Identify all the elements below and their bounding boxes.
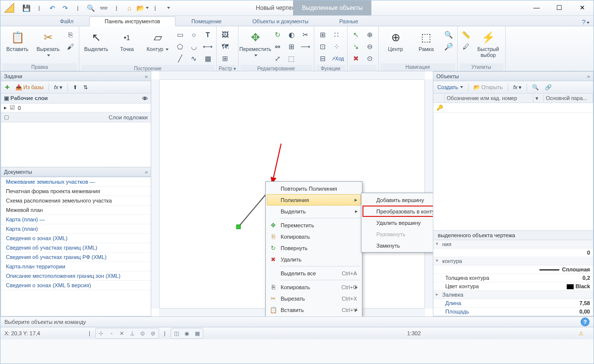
copy-icon[interactable]: ⎘	[65, 29, 76, 40]
fx-icon[interactable]: fx ▾	[511, 83, 524, 92]
transform2-icon[interactable]: ⊞	[286, 41, 297, 52]
transform1-icon[interactable]: ◐	[286, 29, 297, 40]
snap-perp-icon[interactable]: ⊥	[127, 329, 137, 338]
layer-row[interactable]: ▸☑0	[1, 104, 151, 112]
xod-button[interactable]: ↗ Ход	[331, 53, 344, 64]
underlay-header[interactable]: ▢ Слои подложки	[1, 112, 151, 122]
doc-item[interactable]: Сведения о зонах (XML)	[1, 234, 151, 243]
save-icon[interactable]: 💾	[21, 3, 31, 13]
frame-button[interactable]: ⬚Рамка	[412, 28, 441, 53]
contour-button[interactable]: ▱Контур	[143, 28, 173, 53]
prop-section[interactable]: Заливка	[433, 291, 593, 299]
selection-context-tab[interactable]: Выделенные объекты	[293, 0, 371, 15]
home-icon[interactable]: ⌂	[124, 3, 134, 13]
ctx-select-all[interactable]: Выделить всеCtrl+A	[267, 267, 361, 279]
fn2-icon[interactable]: ⊡	[317, 41, 328, 52]
prop-row[interactable]: Площадь0,00	[433, 308, 593, 316]
maximize-button[interactable]: ☐	[548, 0, 571, 14]
fn4-icon[interactable]: ∷	[331, 29, 342, 40]
grid-icon[interactable]: ▦	[192, 329, 202, 338]
nav1-icon[interactable]: ↖	[351, 29, 361, 40]
ctx-cut-cb[interactable]: ✂ВырезатьCtrl+X	[267, 293, 361, 304]
from-base-button[interactable]: 📥 Из базы	[13, 83, 46, 92]
paste-button[interactable]: 📋Вставить	[2, 28, 32, 53]
binoculars-icon[interactable]: 👓	[99, 3, 109, 13]
zoom1-icon[interactable]: 🔍	[443, 29, 454, 40]
ctx-paste-cb[interactable]: 📋ВставитьCtrl+V	[267, 304, 361, 315]
doc-item[interactable]: Межевой план	[1, 206, 151, 215]
nav4-icon[interactable]: ⊕	[364, 29, 375, 40]
ctx-select[interactable]: Выделить	[267, 206, 361, 217]
tab-tools[interactable]: Панель инструментов	[89, 16, 176, 26]
snap-tan-icon[interactable]: ⊘	[148, 329, 158, 338]
ortho-icon[interactable]: ◫	[172, 329, 181, 338]
warning-icon[interactable]: ⚠	[579, 330, 584, 337]
doc-item[interactable]: Сведения о зонах (XML 5 версия)	[1, 281, 151, 290]
scale-icon[interactable]: ⤢	[272, 53, 283, 64]
ctx-copy[interactable]: ⎘Копировать	[267, 231, 361, 242]
find-icon[interactable]: 🔍	[86, 3, 96, 13]
snap-int-icon[interactable]: ✕	[117, 329, 127, 338]
sub-del-vertex[interactable]: Удалить вершину	[362, 217, 433, 228]
up-icon[interactable]: ⬆	[71, 83, 79, 92]
close-button[interactable]: ✕	[571, 0, 594, 14]
redo-icon[interactable]: ↷	[60, 3, 70, 13]
trim-icon[interactable]: ✂	[300, 29, 311, 40]
fn3-icon[interactable]: ⊟	[317, 53, 328, 64]
cut-button[interactable]: ✂Вырезать	[33, 28, 63, 59]
circle-icon[interactable]: ○	[188, 29, 199, 40]
doc-item[interactable]: Сведения об участках границ РФ (XML)	[1, 253, 151, 262]
line-icon[interactable]: ╱	[175, 53, 185, 64]
nav5-icon[interactable]: ⊖	[364, 41, 375, 52]
arc-icon[interactable]: ◡	[188, 41, 199, 52]
link-icon[interactable]: 🔗	[543, 83, 554, 92]
eye-icon[interactable]: 👁	[142, 96, 148, 102]
brush-icon[interactable]: 🖌	[65, 41, 76, 52]
ctx-delete[interactable]: ✖Удалить	[267, 254, 361, 265]
tab-file[interactable]: Файл	[45, 17, 88, 26]
undo-icon[interactable]: ↶	[47, 3, 57, 13]
layers-header[interactable]: ▣ Рабочие слои 👁	[1, 94, 151, 104]
scale-display[interactable]: 1:302	[407, 330, 421, 336]
sub-add-vertex[interactable]: Добавить вершину	[362, 194, 433, 206]
sub-close-poly[interactable]: Замкнуть	[362, 240, 433, 251]
pin-icon[interactable]	[587, 73, 590, 79]
prop-row[interactable]: Цвет контураBlack	[433, 282, 593, 291]
tab-misc[interactable]: Разные	[324, 17, 373, 26]
doc-item[interactable]: Печатная форма проекта межевания	[1, 187, 151, 196]
doc-item[interactable]: Схема расположения земельного участка	[1, 196, 151, 206]
tab-objects[interactable]: Объекты и документы	[238, 17, 323, 26]
nav6-icon[interactable]: ⊙	[364, 53, 375, 64]
util2-icon[interactable]: 🖊	[461, 41, 472, 52]
snap-cen-icon[interactable]: ⊙	[138, 329, 148, 338]
doc-item[interactable]: Карта-план территории	[1, 262, 151, 271]
drawing-canvas[interactable]: 8 м Повторить Полилиния Полилиния Выдели…	[151, 71, 433, 316]
snap-end-icon[interactable]: ⊹	[96, 329, 106, 338]
hatch-icon[interactable]: ▦	[202, 53, 213, 64]
help-icon[interactable]: ?	[582, 18, 590, 26]
ctx-polyline[interactable]: Полилиния	[267, 194, 361, 206]
qat-more[interactable]	[163, 3, 173, 13]
doc-item[interactable]: Сведения об участках границ (XML)	[1, 243, 151, 253]
open-icon[interactable]: 📂	[137, 3, 147, 13]
prop-section[interactable]: контура	[433, 257, 593, 265]
text-icon[interactable]: T	[202, 29, 213, 40]
ctx-rotate[interactable]: ↻Повернуть	[267, 242, 361, 254]
fx-icon[interactable]: fx ▾	[52, 83, 64, 92]
sort-icon[interactable]: ⇅	[81, 83, 90, 92]
help-button[interactable]: ?	[581, 317, 590, 326]
pin-icon[interactable]	[145, 73, 148, 79]
extend-icon[interactable]: ⟶	[300, 41, 311, 52]
prop-row[interactable]: Сплошная	[433, 265, 593, 274]
dim-icon[interactable]: ⟷	[202, 41, 213, 52]
add-icon[interactable]: ✚	[3, 83, 11, 92]
rect-icon[interactable]: ▭	[175, 29, 185, 40]
polar-icon[interactable]: ◉	[182, 329, 192, 338]
nav2-icon[interactable]: ↘	[351, 41, 361, 52]
transform3-icon[interactable]: ⬚	[286, 53, 297, 64]
point-button[interactable]: •1Точка	[112, 28, 142, 53]
curve-icon[interactable]: ∿	[188, 53, 199, 64]
fn5-icon[interactable]: ⁘	[331, 41, 342, 52]
open-button[interactable]: 📂 Открыть	[472, 83, 505, 92]
prop-row[interactable]: Длина7,58	[433, 299, 593, 308]
